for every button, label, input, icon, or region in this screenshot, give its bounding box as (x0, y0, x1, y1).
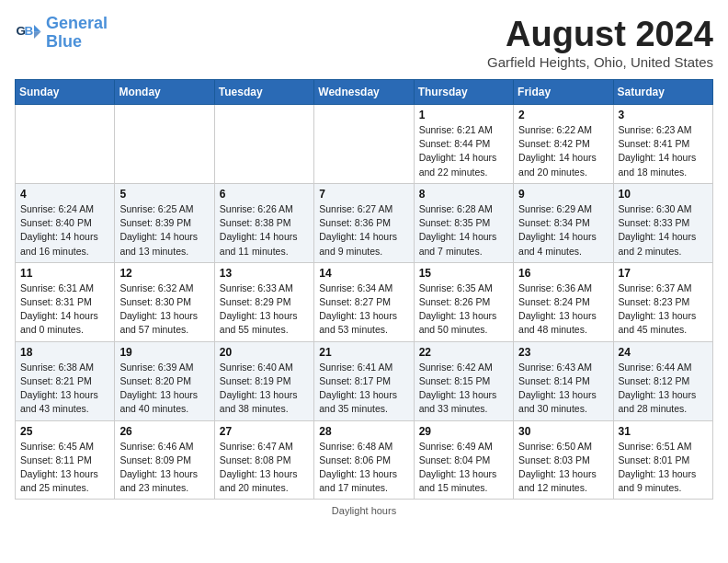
calendar-cell: 5Sunrise: 6:25 AMSunset: 8:39 PMDaylight… (115, 183, 214, 262)
day-info: Sunrise: 6:31 AMSunset: 8:31 PMDaylight:… (20, 282, 109, 338)
day-info: Sunrise: 6:39 AMSunset: 8:20 PMDaylight:… (119, 361, 209, 417)
calendar-cell: 8Sunrise: 6:28 AMSunset: 8:35 PMDaylight… (414, 183, 513, 262)
calendar-week-row: 11Sunrise: 6:31 AMSunset: 8:31 PMDayligh… (16, 262, 713, 341)
svg-text:B: B (25, 23, 34, 37)
calendar-cell: 28Sunrise: 6:48 AMSunset: 8:06 PMDayligh… (314, 420, 414, 500)
day-info: Sunrise: 6:42 AMSunset: 8:15 PMDaylight:… (419, 361, 508, 417)
calendar-cell: 29Sunrise: 6:49 AMSunset: 8:04 PMDayligh… (414, 420, 513, 500)
calendar-cell: 1Sunrise: 6:21 AMSunset: 8:44 PMDaylight… (414, 105, 513, 184)
day-info: Sunrise: 6:24 AMSunset: 8:40 PMDaylight:… (20, 202, 109, 259)
logo-line2: Blue (46, 32, 82, 51)
day-info: Sunrise: 6:48 AMSunset: 8:06 PMDaylight:… (319, 440, 408, 496)
day-number: 17 (619, 267, 708, 280)
calendar-week-row: 18Sunrise: 6:38 AMSunset: 8:21 PMDayligh… (16, 341, 713, 420)
calendar-cell: 22Sunrise: 6:42 AMSunset: 8:15 PMDayligh… (414, 341, 513, 420)
day-number: 27 (220, 425, 309, 438)
day-info: Sunrise: 6:33 AMSunset: 8:29 PMDaylight:… (220, 282, 309, 338)
day-number: 14 (319, 267, 408, 280)
calendar-cell: 31Sunrise: 6:51 AMSunset: 8:01 PMDayligh… (613, 420, 712, 500)
weekday-header: Saturday (613, 80, 712, 105)
day-number: 7 (319, 188, 408, 201)
calendar-cell: 30Sunrise: 6:50 AMSunset: 8:03 PMDayligh… (514, 420, 613, 500)
day-number: 10 (619, 188, 708, 201)
day-info: Sunrise: 6:32 AMSunset: 8:30 PMDaylight:… (119, 282, 209, 338)
day-info: Sunrise: 6:45 AMSunset: 8:11 PMDaylight:… (20, 440, 109, 496)
calendar-cell: 2Sunrise: 6:22 AMSunset: 8:42 PMDaylight… (514, 105, 613, 184)
calendar-cell: 18Sunrise: 6:38 AMSunset: 8:21 PMDayligh… (16, 341, 115, 420)
day-number: 4 (20, 188, 109, 201)
day-number: 26 (119, 425, 209, 438)
day-number: 8 (419, 188, 508, 201)
logo-icon: G B (15, 19, 42, 47)
day-info: Sunrise: 6:25 AMSunset: 8:39 PMDaylight:… (119, 202, 209, 259)
day-info: Sunrise: 6:46 AMSunset: 8:09 PMDaylight:… (119, 440, 209, 496)
calendar-week-row: 4Sunrise: 6:24 AMSunset: 8:40 PMDaylight… (16, 183, 713, 262)
svg-marker-2 (34, 25, 41, 32)
day-number: 31 (619, 425, 708, 438)
day-number: 28 (319, 425, 408, 438)
calendar-cell: 10Sunrise: 6:30 AMSunset: 8:33 PMDayligh… (613, 183, 712, 262)
day-info: Sunrise: 6:37 AMSunset: 8:23 PMDaylight:… (619, 282, 708, 338)
day-info: Sunrise: 6:26 AMSunset: 8:38 PMDaylight:… (220, 202, 309, 259)
day-number: 16 (518, 267, 608, 280)
calendar-cell: 14Sunrise: 6:34 AMSunset: 8:27 PMDayligh… (314, 262, 414, 341)
calendar-cell: 16Sunrise: 6:36 AMSunset: 8:24 PMDayligh… (514, 262, 613, 341)
day-info: Sunrise: 6:51 AMSunset: 8:01 PMDaylight:… (619, 440, 708, 496)
calendar-cell: 20Sunrise: 6:40 AMSunset: 8:19 PMDayligh… (214, 341, 313, 420)
calendar-cell: 24Sunrise: 6:44 AMSunset: 8:12 PMDayligh… (613, 341, 712, 420)
calendar-week-row: 25Sunrise: 6:45 AMSunset: 8:11 PMDayligh… (16, 420, 713, 500)
weekday-header: Tuesday (214, 80, 313, 105)
day-number: 23 (518, 346, 608, 359)
day-number: 15 (419, 267, 508, 280)
calendar-cell: 17Sunrise: 6:37 AMSunset: 8:23 PMDayligh… (613, 262, 712, 341)
day-number: 13 (220, 267, 309, 280)
day-info: Sunrise: 6:27 AMSunset: 8:36 PMDaylight:… (319, 202, 408, 259)
day-info: Sunrise: 6:44 AMSunset: 8:12 PMDaylight:… (619, 361, 708, 417)
calendar-cell: 11Sunrise: 6:31 AMSunset: 8:31 PMDayligh… (16, 262, 115, 341)
day-info: Sunrise: 6:49 AMSunset: 8:04 PMDaylight:… (419, 440, 508, 496)
day-number: 22 (419, 346, 508, 359)
day-info: Sunrise: 6:35 AMSunset: 8:26 PMDaylight:… (419, 282, 508, 338)
page-header: G B General Blue August 2024 Garfield He… (15, 15, 713, 70)
day-info: Sunrise: 6:30 AMSunset: 8:33 PMDaylight:… (619, 202, 708, 259)
day-info: Sunrise: 6:50 AMSunset: 8:03 PMDaylight:… (518, 440, 608, 496)
day-number: 18 (20, 346, 109, 359)
day-info: Sunrise: 6:29 AMSunset: 8:34 PMDaylight:… (518, 202, 608, 259)
day-number: 2 (518, 109, 608, 121)
calendar-cell (16, 105, 115, 184)
calendar-cell: 27Sunrise: 6:47 AMSunset: 8:08 PMDayligh… (214, 420, 313, 500)
calendar-cell: 12Sunrise: 6:32 AMSunset: 8:30 PMDayligh… (115, 262, 214, 341)
day-info: Sunrise: 6:38 AMSunset: 8:21 PMDaylight:… (20, 361, 109, 417)
day-number: 11 (20, 267, 109, 280)
title-area: August 2024 Garfield Heights, Ohio, Unit… (487, 15, 713, 70)
day-number: 24 (619, 346, 708, 359)
calendar-cell: 4Sunrise: 6:24 AMSunset: 8:40 PMDaylight… (16, 183, 115, 262)
day-number: 3 (619, 109, 708, 121)
day-number: 12 (119, 267, 209, 280)
calendar-subtitle: Garfield Heights, Ohio, United States (487, 54, 713, 70)
calendar-title: August 2024 (487, 15, 713, 54)
weekday-header-row: SundayMondayTuesdayWednesdayThursdayFrid… (16, 80, 713, 105)
calendar-cell: 15Sunrise: 6:35 AMSunset: 8:26 PMDayligh… (414, 262, 513, 341)
calendar-cell (214, 105, 313, 184)
calendar-table: SundayMondayTuesdayWednesdayThursdayFrid… (15, 79, 713, 500)
calendar-cell: 6Sunrise: 6:26 AMSunset: 8:38 PMDaylight… (214, 183, 313, 262)
day-info: Sunrise: 6:34 AMSunset: 8:27 PMDaylight:… (319, 282, 408, 338)
day-number: 9 (518, 188, 608, 201)
day-number: 21 (319, 346, 408, 359)
day-info: Sunrise: 6:28 AMSunset: 8:35 PMDaylight:… (419, 202, 508, 259)
calendar-cell: 9Sunrise: 6:29 AMSunset: 8:34 PMDaylight… (514, 183, 613, 262)
day-number: 25 (20, 425, 109, 438)
weekday-header: Sunday (16, 80, 115, 105)
calendar-cell: 19Sunrise: 6:39 AMSunset: 8:20 PMDayligh… (115, 341, 214, 420)
logo: G B General Blue (15, 15, 108, 52)
day-number: 19 (119, 346, 209, 359)
calendar-cell (314, 105, 414, 184)
day-number: 29 (419, 425, 508, 438)
calendar-cell: 3Sunrise: 6:23 AMSunset: 8:41 PMDaylight… (613, 105, 712, 184)
weekday-header: Thursday (414, 80, 513, 105)
calendar-cell: 25Sunrise: 6:45 AMSunset: 8:11 PMDayligh… (16, 420, 115, 500)
day-number: 20 (220, 346, 309, 359)
calendar-cell (115, 105, 214, 184)
day-number: 30 (518, 425, 608, 438)
